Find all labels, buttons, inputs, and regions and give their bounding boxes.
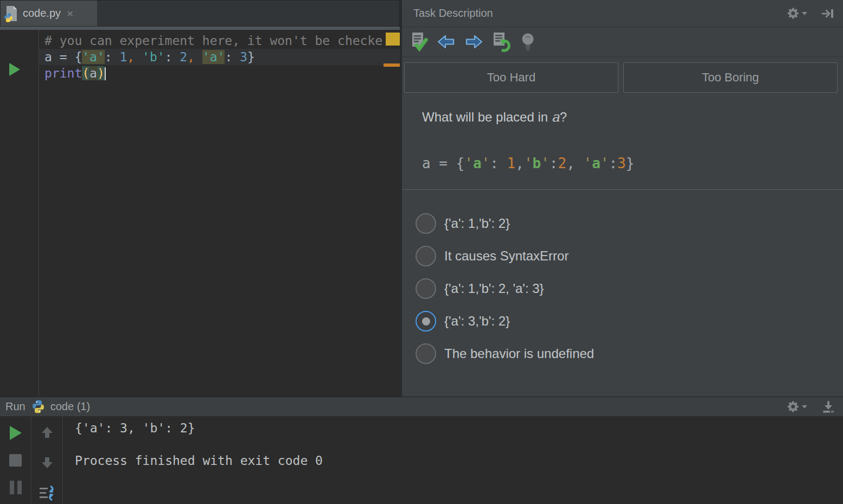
radio-button[interactable]	[416, 343, 436, 364]
code-token: 3	[240, 50, 247, 64]
code-token: ,	[566, 155, 583, 171]
code-token: '	[482, 155, 490, 171]
code-token: }	[247, 50, 255, 64]
question-code-snippet: a = {'a': 1,'b':2, 'a':3}	[422, 155, 843, 171]
editor-pane: code.py × # you can experiment here, it …	[0, 0, 400, 397]
task-description-panel: Task Description	[402, 0, 843, 397]
code-token: '	[524, 155, 533, 171]
ide-window: code.py × # you can experiment here, it …	[0, 0, 843, 504]
code-token: 3	[617, 155, 626, 171]
code-token: :	[165, 50, 180, 64]
code-token: a	[592, 155, 601, 171]
up-stack-icon[interactable]	[40, 426, 55, 442]
answer-option[interactable]: {'a': 3,'b': 2}	[416, 305, 843, 337]
stop-icon[interactable]	[9, 454, 22, 467]
code-token: (	[82, 66, 90, 80]
code-token: '	[583, 155, 592, 171]
warning-dash-marker	[384, 63, 400, 67]
too-boring-button[interactable]: Too Boring	[623, 62, 838, 93]
answer-option-label: {'a': 1,'b': 2, 'a': 3}	[444, 281, 544, 296]
code-token: print	[44, 66, 82, 80]
rerun-icon[interactable]	[10, 426, 22, 440]
code-token: )	[97, 66, 105, 80]
radio-button[interactable]	[416, 213, 436, 234]
code-line-1: # you can experiment here, it won't be c…	[39, 33, 400, 49]
run-body: {'a': 3, 'b': 2} Process finished with e…	[0, 416, 843, 504]
code-token: a	[90, 66, 97, 80]
pause-output-icon[interactable]	[10, 481, 22, 494]
gear-icon[interactable]	[787, 400, 807, 413]
text-caret	[105, 67, 106, 80]
python-icon	[31, 399, 46, 414]
code-token: 'b'	[142, 50, 165, 64]
answer-options: {'a': 1,'b': 2}It causes SyntaxError{'a'…	[402, 190, 843, 370]
panel-title: Task Description	[413, 7, 787, 20]
answer-option[interactable]: {'a': 1,'b': 2}	[416, 207, 843, 240]
python-file-icon	[5, 5, 18, 22]
answer-option[interactable]: The behavior is undefined	[416, 337, 843, 370]
code-token: :	[490, 155, 507, 171]
code-token: :	[225, 50, 240, 64]
chevron-down-icon	[802, 12, 807, 15]
code-token: ,	[127, 50, 135, 64]
soft-wrap-icon[interactable]	[39, 484, 56, 504]
code-token: a	[473, 155, 482, 171]
radio-button[interactable]	[416, 246, 436, 266]
check-task-icon[interactable]	[408, 31, 430, 53]
answer-option-label: It causes SyntaxError	[444, 248, 569, 264]
reset-task-icon[interactable]	[489, 31, 512, 53]
editor-body[interactable]: # you can experiment here, it won't be c…	[0, 30, 400, 397]
console-output[interactable]: {'a': 3, 'b': 2} Process finished with e…	[63, 416, 843, 504]
code-token	[135, 50, 142, 64]
run-tool-window: Run code (1)	[0, 397, 843, 504]
answer-option[interactable]: {'a': 1,'b': 2, 'a': 3}	[416, 272, 843, 305]
next-task-icon[interactable]	[462, 31, 484, 53]
code-token: 1	[120, 50, 127, 64]
too-hard-button[interactable]: Too Hard	[404, 62, 618, 93]
run-play-icon[interactable]	[9, 63, 20, 76]
code-area[interactable]: # you can experiment here, it won't be c…	[39, 30, 400, 397]
previous-task-icon[interactable]	[435, 31, 457, 53]
code-token: ,	[515, 155, 524, 171]
code-token: a = {	[44, 50, 82, 64]
run-process-name: code (1)	[50, 400, 90, 413]
code-token	[195, 50, 202, 64]
radio-dot	[422, 317, 430, 326]
dock-icon[interactable]	[821, 400, 835, 414]
code-line-2: a = {'a': 1, 'b': 2, 'a': 3}	[39, 49, 400, 65]
code-token: :	[550, 155, 558, 171]
answer-option-label: {'a': 3,'b': 2}	[444, 314, 510, 329]
code-token: a = {	[422, 155, 464, 171]
task-toolbar	[402, 27, 843, 57]
tab-close-icon[interactable]: ×	[67, 7, 73, 20]
code-token: :	[609, 155, 617, 171]
warning-square-marker	[386, 33, 400, 46]
hide-panel-icon[interactable]	[820, 7, 834, 21]
code-token: 1	[507, 155, 516, 171]
code-token: # you can experiment here, it won't be c…	[44, 34, 382, 48]
task-panel-header: Task Description	[402, 0, 843, 27]
answer-option-label: {'a': 1,'b': 2}	[444, 216, 510, 231]
answer-option[interactable]: It causes SyntaxError	[416, 240, 843, 272]
code-token: b	[533, 155, 541, 171]
run-panel-title: Run	[5, 400, 25, 413]
code-token: '	[541, 155, 550, 171]
code-token: :	[105, 50, 120, 64]
editor-gutter	[0, 30, 39, 397]
radio-button[interactable]	[416, 278, 436, 299]
run-left-toolbar	[0, 416, 31, 504]
run-nav-toolbar	[31, 416, 63, 504]
code-token: '	[601, 155, 609, 171]
gear-icon[interactable]	[787, 7, 807, 20]
hint-icon[interactable]	[516, 31, 539, 53]
code-token: 'a'	[82, 50, 105, 64]
radio-button-selected[interactable]	[416, 311, 436, 331]
tab-label: code.py	[23, 7, 61, 20]
answer-option-label: The behavior is undefined	[444, 346, 594, 361]
question-text: What will be placed in a?	[422, 109, 843, 125]
code-token: '	[464, 155, 473, 171]
tab-code-py[interactable]: code.py ×	[1, 1, 97, 26]
down-stack-icon[interactable]	[40, 455, 55, 471]
code-token: ,	[187, 50, 195, 64]
question-variable: a	[552, 109, 560, 125]
